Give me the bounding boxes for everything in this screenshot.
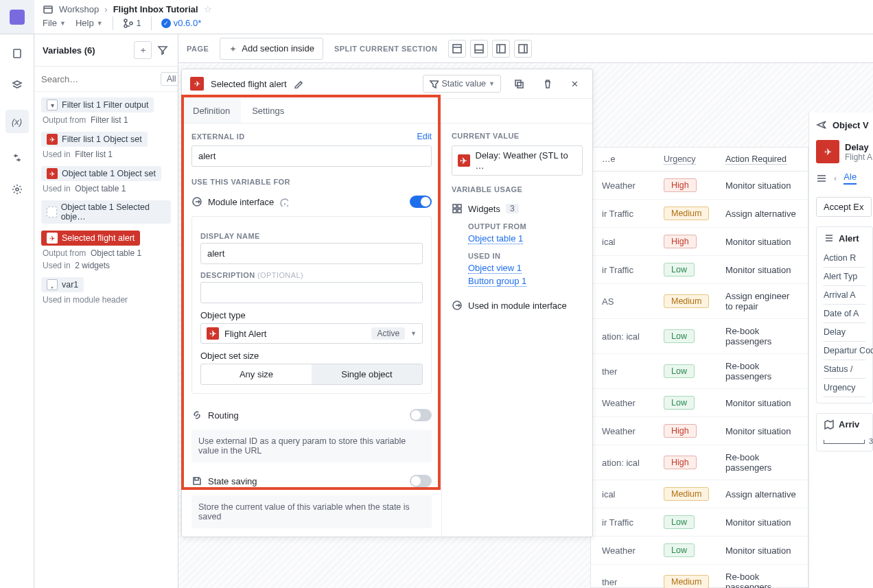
property-row[interactable]: Alert Typ: [824, 268, 865, 286]
variable-item[interactable]: „var1: [41, 277, 84, 292]
svg-rect-0: [44, 6, 52, 13]
col-header[interactable]: Action Required: [720, 154, 802, 164]
alert-properties-panel: Alert Action RAlert TypArrival ADate of …: [816, 226, 873, 403]
rail-flow-icon[interactable]: [10, 151, 24, 165]
add-variable-button[interactable]: ＋: [134, 41, 152, 59]
split-option-3[interactable]: [492, 40, 510, 58]
svg-rect-9: [475, 45, 483, 53]
breadcrumb-app[interactable]: Workshop: [59, 4, 99, 14]
external-id-input[interactable]: [191, 145, 432, 167]
table-row[interactable]: WeatherLowMonitor situation: [591, 389, 808, 417]
breadcrumb-page[interactable]: Flight Inbox Tutorial: [113, 4, 198, 14]
table-row[interactable]: ation: icalHighRe-book passengers: [591, 445, 808, 480]
variable-item[interactable]: ▾Filter list 1 Filter output: [41, 97, 154, 113]
seg-single-object[interactable]: Single object: [312, 364, 422, 384]
edit-icon[interactable]: [294, 79, 303, 89]
canvas-toolbar: PAGE ＋Add section inside SPLIT CURRENT S…: [178, 34, 873, 63]
close-icon[interactable]: ✕: [566, 77, 584, 91]
rail-settings-icon[interactable]: [10, 183, 24, 196]
trash-icon[interactable]: [537, 76, 559, 91]
object-type-select[interactable]: ✈ Flight Alert Active ▼: [200, 323, 423, 344]
rail-variables-icon[interactable]: (x): [5, 110, 29, 133]
static-value-dropdown[interactable]: Static value▼: [423, 75, 501, 93]
rail-layers-icon[interactable]: [10, 78, 24, 92]
property-row[interactable]: Delay: [824, 323, 865, 342]
table-row[interactable]: ir TrafficLowMonitor situation: [591, 256, 808, 284]
used-in-link[interactable]: Object view 1: [468, 263, 522, 274]
sidebar-filter-icon[interactable]: [156, 41, 170, 59]
table-row[interactable]: ir TrafficLowMonitor situation: [591, 508, 808, 537]
info-icon[interactable]: [279, 198, 288, 207]
table-row[interactable]: WeatherLowMonitor situation: [591, 537, 808, 565]
svg-rect-27: [453, 204, 456, 208]
toolbar-page-label: PAGE: [187, 45, 209, 53]
property-row[interactable]: Action R: [824, 249, 865, 268]
menu-file[interactable]: File▼: [43, 18, 66, 28]
split-option-1[interactable]: [448, 40, 466, 58]
description-input[interactable]: [200, 282, 423, 303]
split-option-2[interactable]: [470, 40, 488, 58]
table-row[interactable]: icalHighMonitor situation: [591, 228, 808, 256]
seg-any-size[interactable]: Any size: [201, 364, 312, 384]
table-row[interactable]: WeatherHighMonitor situation: [591, 417, 808, 445]
copy-icon[interactable]: [508, 76, 530, 91]
favorite-icon[interactable]: ☆: [204, 4, 212, 14]
table-row[interactable]: ation: icalLowRe-book passengers: [591, 319, 808, 354]
menu-icon[interactable]: [816, 173, 827, 184]
display-name-input[interactable]: [200, 243, 423, 264]
variable-link[interactable]: Filter list 1: [91, 115, 128, 125]
plane-icon: ✈: [190, 77, 204, 91]
table-row[interactable]: WeatherHighMonitor situation: [591, 172, 808, 200]
quote-icon: „: [47, 279, 58, 290]
used-in-link[interactable]: Button group 1: [468, 276, 526, 287]
table-row[interactable]: ir TrafficMediumAssign alternative: [591, 200, 808, 228]
property-row[interactable]: Arrival A: [824, 286, 865, 305]
table-row[interactable]: ASMediumAssign engineer to repair: [591, 284, 808, 319]
property-row[interactable]: Date of A: [824, 305, 865, 323]
output-from-link[interactable]: Object table 1: [468, 233, 523, 244]
split-option-4[interactable]: [514, 40, 532, 58]
sidebar-title: Variables (6): [43, 45, 95, 56]
widgets-row[interactable]: Widgets 3: [452, 199, 583, 218]
table-row[interactable]: therMediumRe-book passengers: [591, 565, 808, 588]
tab-alerts[interactable]: Ale: [843, 172, 857, 185]
variable-item-selected[interactable]: ✈Selected flight alert: [41, 231, 140, 246]
table-row[interactable]: therLowRe-book passengers: [591, 354, 808, 389]
toolbar-split-label: SPLIT CURRENT SECTION: [334, 45, 437, 53]
chevron-down-icon: ▼: [410, 330, 417, 337]
variable-link[interactable]: 2 widgets: [75, 261, 110, 270]
routing-label: Routing: [208, 410, 239, 421]
app-logo[interactable]: [0, 0, 34, 34]
col-header[interactable]: Urgency: [658, 154, 720, 164]
property-row[interactable]: Status /: [824, 360, 865, 379]
svg-rect-29: [453, 209, 456, 213]
property-row[interactable]: Departur Code: [824, 342, 865, 360]
variable-settings-panel: ✈ Selected flight alert Static value▼ ✕ …: [181, 69, 593, 537]
svg-rect-13: [519, 45, 527, 53]
edit-link[interactable]: Edit: [417, 132, 432, 141]
variable-link[interactable]: Object table 1: [75, 184, 126, 193]
table-row[interactable]: icalMediumAssign alternative: [591, 480, 808, 508]
property-row[interactable]: Urgency: [824, 379, 865, 397]
tab-settings[interactable]: Settings: [241, 99, 295, 123]
rail-page-icon[interactable]: [10, 47, 24, 60]
description-label: DESCRIPTION: [200, 271, 255, 279]
routing-toggle[interactable]: [410, 409, 432, 421]
version-indicator[interactable]: ✓v0.6.0*: [161, 18, 201, 28]
add-section-button[interactable]: ＋Add section inside: [220, 38, 323, 60]
module-interface-toggle[interactable]: [410, 196, 432, 208]
search-input[interactable]: [41, 74, 156, 84]
branch-indicator[interactable]: 1: [123, 18, 141, 29]
variable-item[interactable]: ✈Filter list 1 Object set: [41, 132, 148, 147]
back-icon[interactable]: ‹: [834, 173, 837, 183]
variable-item[interactable]: Object table 1 Selected obje…: [41, 200, 171, 224]
variable-link[interactable]: Filter list 1: [75, 150, 113, 159]
current-value-chip[interactable]: ✈ Delay: Weather (STL to …: [452, 145, 583, 176]
variable-item[interactable]: ✈Object table 1 Object set: [41, 166, 161, 181]
col-header[interactable]: …e: [596, 154, 658, 164]
accept-button[interactable]: Accept Ex: [816, 197, 872, 217]
variable-link[interactable]: Object table 1: [91, 248, 141, 258]
tab-definition[interactable]: Definition: [182, 99, 241, 123]
menu-help[interactable]: Help▼: [75, 18, 103, 28]
state-toggle[interactable]: [410, 475, 432, 487]
